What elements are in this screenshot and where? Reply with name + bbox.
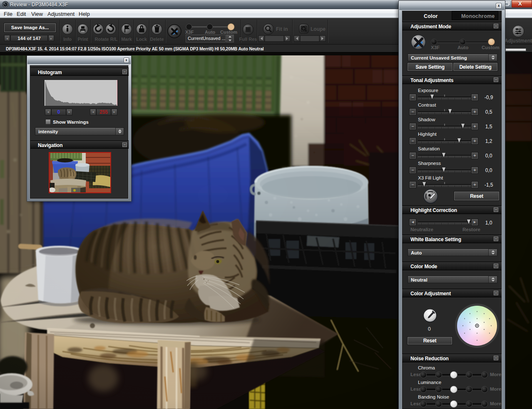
svg-text:Loupe: Loupe: [311, 26, 326, 32]
svg-text:Adjustment: Adjustment: [505, 38, 532, 44]
svg-text:Mark: Mark: [121, 37, 132, 42]
svg-text:Fit in: Fit in: [276, 26, 288, 32]
svg-text:Lock: Lock: [136, 37, 147, 42]
svg-text:Rotate R/L: Rotate R/L: [95, 37, 118, 42]
svg-text:Auto: Auto: [205, 30, 215, 35]
svg-text:X3F: X3F: [185, 30, 194, 35]
svg-text:Custom: Custom: [220, 30, 237, 35]
svg-text:Full Res: Full Res: [239, 37, 257, 42]
svg-text:CurrentUnsaved ...: CurrentUnsaved ...: [188, 36, 226, 41]
svg-text:Info: Info: [63, 37, 72, 42]
svg-text:Delete: Delete: [150, 37, 164, 42]
svg-text:Print: Print: [77, 37, 88, 42]
